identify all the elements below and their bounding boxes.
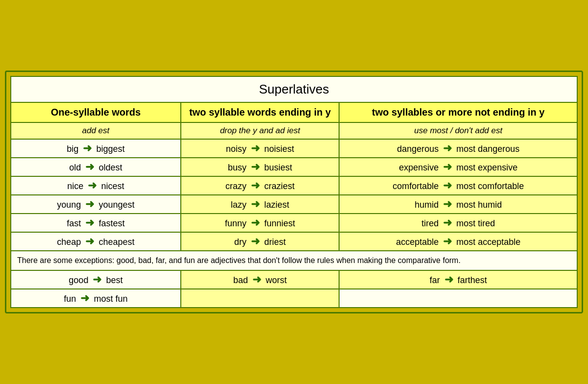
rule-col3: use most / don't add est (339, 122, 577, 139)
row3-col1-sup: youngest (98, 200, 134, 210)
data-row-3: young ➜ youngest lazy ➜ laziest humid ➜ … (11, 195, 577, 214)
header-col2: two syllable words ending in y (181, 102, 340, 122)
exc1-col2 (181, 289, 340, 308)
row4-col1-sup: fastest (98, 218, 124, 228)
row1-col3: expensive ➜ most expensive (339, 158, 577, 176)
row0-col3: dangerous ➜ most dangerous (339, 139, 577, 158)
exc0-col2: bad ➜ worst (181, 270, 340, 289)
row5-col1: cheap ➜ cheapest (11, 232, 181, 251)
row1-col1-base: old (69, 163, 81, 172)
arrow-icon: ➜ (88, 179, 97, 192)
arrow-icon: ➜ (85, 235, 94, 248)
row2-col1-base: nice (67, 181, 83, 191)
superlatives-table: Superlatives One-syllable words two syll… (10, 76, 578, 308)
row3-col1: young ➜ youngest (11, 195, 181, 214)
exc0-col2-sup: worst (266, 275, 287, 285)
row5-col2-base: dry (234, 237, 246, 247)
arrow-icon: ➜ (443, 216, 452, 229)
row5-col3-base: acceptable (396, 237, 439, 247)
row4-col2-base: funny (225, 218, 246, 228)
row0-col1-sup: biggest (96, 144, 124, 154)
note-cell: There are some exceptions: good, bad, fa… (11, 251, 577, 270)
row4-col3-base: tired (421, 218, 439, 228)
arrow-icon: ➜ (251, 179, 260, 192)
row0-col1-base: big (67, 144, 78, 154)
exception-row-1: fun ➜ most fun (11, 289, 577, 308)
row2-col2: crazy ➜ craziest (181, 176, 340, 195)
row1-col2: busy ➜ busiest (181, 158, 340, 176)
row1-col2-sup: busiest (264, 163, 292, 172)
row1-col3-base: expensive (399, 163, 439, 172)
exc0-col2-base: bad (233, 275, 248, 285)
arrow-icon: ➜ (85, 216, 94, 229)
row5-col1-sup: cheapest (98, 237, 134, 247)
row1-col3-sup: most expensive (456, 163, 517, 172)
rule-row: add est drop the y and ad iest use most … (11, 122, 577, 139)
exception-row-0: good ➜ best bad ➜ worst far ➜ farthest (11, 270, 577, 289)
row3-col1-base: young (57, 200, 81, 210)
exc0-col1-sup: best (106, 275, 122, 285)
row4-col3: tired ➜ most tired (339, 214, 577, 232)
row2-col3-base: comfortable (392, 181, 439, 191)
row1-col2-base: busy (228, 163, 246, 172)
row2-col3: comfortable ➜ most comfortable (339, 176, 577, 195)
exc0-col3: far ➜ farthest (339, 270, 577, 289)
row5-col3: acceptable ➜ most acceptable (339, 232, 577, 251)
row4-col1-base: fast (67, 218, 81, 228)
rule-col2: drop the y and ad iest (181, 122, 340, 139)
data-row-0: big ➜ biggest noisy ➜ noisiest dangerous… (11, 139, 577, 158)
rule-col1: add est (11, 122, 181, 139)
arrow-icon: ➜ (93, 273, 101, 286)
title-cell: Superlatives (11, 76, 577, 102)
arrow-icon: ➜ (85, 161, 94, 173)
row2-col2-sup: craziest (264, 181, 294, 191)
arrow-icon: ➜ (251, 161, 260, 173)
row5-col2: dry ➜ driest (181, 232, 340, 251)
row3-col2: lazy ➜ laziest (181, 195, 340, 214)
row2-col1: nice ➜ nicest (11, 176, 181, 195)
data-row-4: fast ➜ fastest funny ➜ funniest tired ➜ … (11, 214, 577, 232)
exc0-col1-base: good (69, 275, 88, 285)
arrow-icon: ➜ (85, 198, 94, 211)
arrow-icon: ➜ (252, 273, 261, 286)
title-row: Superlatives (11, 76, 577, 102)
note-row: There are some exceptions: good, bad, fa… (11, 251, 577, 270)
exc1-col3 (339, 289, 577, 308)
arrow-icon: ➜ (83, 142, 92, 155)
header-col3: two syllables or more not ending in y (339, 102, 577, 122)
row2-col3-sup: most comfortable (456, 181, 524, 191)
row4-col2: funny ➜ funniest (181, 214, 340, 232)
data-row-2: nice ➜ nicest crazy ➜ craziest comfortab… (11, 176, 577, 195)
header-row: One-syllable words two syllable words en… (11, 102, 577, 122)
row0-col2: noisy ➜ noisiest (181, 139, 340, 158)
row5-col3-sup: most acceptable (456, 237, 520, 247)
arrow-icon: ➜ (443, 198, 452, 211)
row1-col1-sup: oldest (98, 163, 122, 172)
arrow-icon: ➜ (251, 216, 260, 229)
row2-col1-sup: nicest (101, 181, 124, 191)
data-row-1: old ➜ oldest busy ➜ busiest expensive ➜ … (11, 158, 577, 176)
arrow-icon: ➜ (443, 235, 452, 248)
arrow-icon: ➜ (443, 179, 452, 192)
arrow-icon: ➜ (251, 235, 260, 248)
row0-col2-base: noisy (226, 144, 246, 154)
arrow-icon: ➜ (251, 198, 260, 211)
row4-col2-sup: funniest (264, 218, 295, 228)
data-row-5: cheap ➜ cheapest dry ➜ driest acceptable… (11, 232, 577, 251)
row4-col3-sup: most tired (456, 218, 495, 228)
row5-col2-sup: driest (264, 237, 286, 247)
exc1-col1-base: fun (64, 294, 76, 304)
exc0-col3-sup: farthest (458, 275, 487, 285)
row0-col1: big ➜ biggest (11, 139, 181, 158)
exc0-col3-base: far (430, 275, 440, 285)
row3-col3: humid ➜ most humid (339, 195, 577, 214)
row3-col2-sup: laziest (264, 200, 289, 210)
header-col1: One-syllable words (11, 102, 181, 122)
exc1-col1: fun ➜ most fun (11, 289, 181, 308)
exc1-col1-sup: most fun (94, 294, 127, 304)
row4-col1: fast ➜ fastest (11, 214, 181, 232)
arrow-icon: ➜ (443, 142, 452, 155)
arrow-icon: ➜ (80, 292, 89, 305)
row5-col1-base: cheap (57, 237, 81, 247)
outer-wrapper: Superlatives One-syllable words two syll… (5, 71, 583, 313)
